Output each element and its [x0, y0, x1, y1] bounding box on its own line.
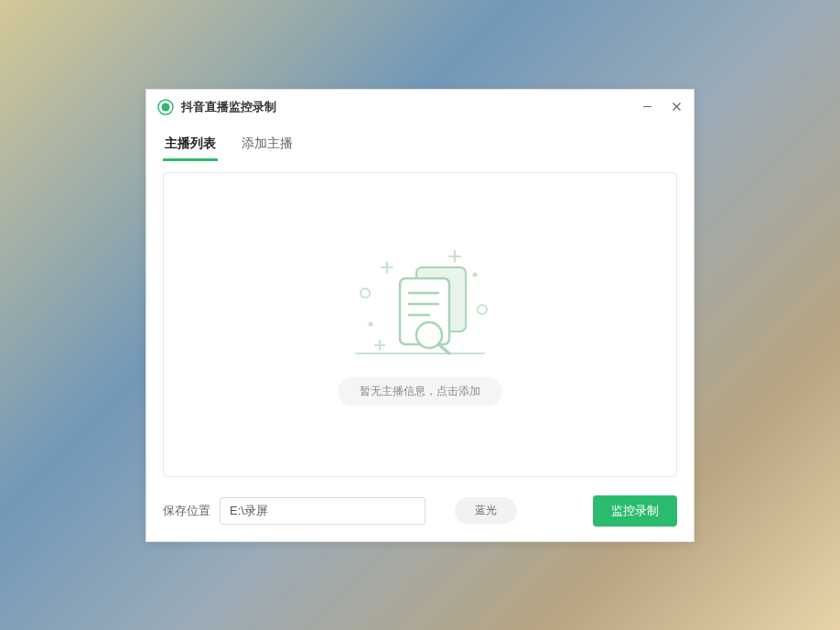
svg-line-16: [438, 344, 449, 353]
window-controls: [641, 101, 683, 114]
footer-bar: 保存位置 蓝光 监控录制: [146, 484, 694, 541]
minimize-button[interactable]: [641, 101, 653, 114]
quality-selector[interactable]: 蓝光: [455, 497, 517, 524]
app-window: 抖音直播监控录制 主播列表 添加主播: [145, 89, 695, 542]
app-icon: [157, 99, 174, 115]
save-path-input[interactable]: [220, 497, 425, 525]
svg-point-6: [369, 321, 373, 326]
empty-document-icon: [328, 244, 512, 363]
save-location-label: 保存位置: [163, 503, 210, 519]
titlebar: 抖音直播监控录制: [146, 90, 694, 125]
svg-point-7: [473, 272, 478, 277]
app-title: 抖音直播监控录制: [181, 99, 276, 115]
tab-add-streamer[interactable]: 添加主播: [240, 126, 295, 161]
tab-streamer-list[interactable]: 主播列表: [163, 126, 218, 161]
content-area: 暂无主播信息，点击添加: [146, 161, 694, 484]
svg-point-5: [361, 288, 370, 298]
empty-state-message[interactable]: 暂无主播信息，点击添加: [338, 377, 502, 406]
svg-point-1: [162, 103, 170, 111]
record-button[interactable]: 监控录制: [593, 495, 677, 527]
streamer-list-panel: 暂无主播信息，点击添加: [163, 172, 677, 477]
tab-bar: 主播列表 添加主播: [146, 126, 694, 161]
close-button[interactable]: [670, 101, 683, 114]
svg-point-8: [478, 305, 487, 314]
